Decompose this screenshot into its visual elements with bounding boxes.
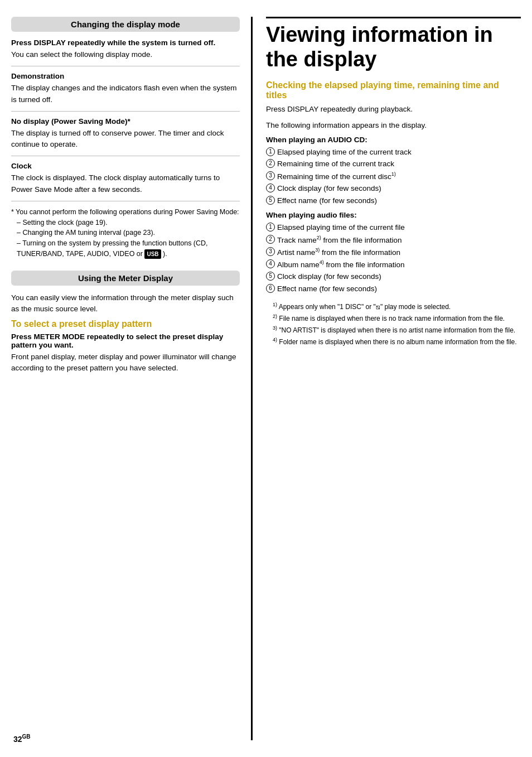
section-box-display-mode-title: Changing the display mode [71,20,180,29]
circle-5: 5 [266,196,275,205]
af-circle-6: 6 [266,284,275,293]
press-display-heading: Press DISPLAY repeatedly while the syste… [11,38,240,47]
clock-heading: Clock [11,162,240,170]
af-circle-5: 5 [266,272,275,281]
divider-1 [11,66,240,66]
page-number: 32GB [13,734,31,744]
circle-4: 4 [266,184,275,192]
footnote-2: 2) File name is displayed when there is … [268,313,521,324]
audio-cd-item-3: 3 Remaining time of the current disc1) [266,170,521,182]
asterisk-item-1: Setting the clock (page 19). [17,218,240,228]
nodisplay-heading: No display (Power Saving Mode)* [11,117,240,126]
section-box-meter-display: Using the Meter Display [11,271,240,286]
clock-para: The clock is displayed. The clock displa… [11,172,240,195]
left-column: Changing the display mode Press DISPLAY … [11,17,251,740]
footnote-list: 1) Appears only when "1 DISC" or "⧅" pla… [266,301,521,347]
section-box-display-mode: Changing the display mode [11,17,240,32]
footnote-3: 3) "NO ARTIST" is displayed when there i… [268,325,521,335]
asterisk-list: Setting the clock (page 19). Changing th… [11,218,240,259]
divider-3 [11,156,240,156]
right-column: Viewing information in the display Check… [251,17,521,740]
asterisk-item-3: Turning on the system by pressing the fu… [17,238,240,259]
asterisk-intro: * You cannot perform the following opera… [11,207,240,218]
divider-2 [11,111,240,112]
audio-file-item-1: 1 Elapsed playing time of the current fi… [266,221,521,234]
divider-4 [11,201,240,201]
footnote-4: 4) Folder name is displayed when there i… [268,336,521,347]
section-box-meter-title: Using the Meter Display [78,273,173,283]
af-circle-1: 1 [266,223,275,232]
asterisk-notes: * You cannot perform the following opera… [11,207,240,259]
preset-pattern-heading: To select a preset display pattern [11,319,240,329]
audio-file-item-3: 3 Artist name3) from the file informatio… [266,246,521,258]
nodisplay-para: The display is turned off to conserve po… [11,128,240,151]
asterisk-item-2: Changing the AM tuning interval (page 23… [17,228,240,238]
audio-cd-item-2: 2 Remaining time of the current track [266,158,521,170]
af-circle-2: 2 [266,235,275,244]
circle-3: 3 [266,171,275,180]
audio-cd-item-5: 5 Effect name (for few seconds) [266,195,521,207]
footnote-1: 1) Appears only when "1 DISC" or "⧅" pla… [268,301,521,312]
af-circle-4: 4 [266,259,275,268]
meter-mode-instruction: Press METER MODE repeatedly to select th… [11,332,240,349]
audio-cd-heading: When playing an AUDIO CD: [266,136,521,144]
circle-2: 2 [266,159,275,168]
audio-cd-item-1: 1 Elapsed playing time of the current tr… [266,146,521,158]
audio-file-item-5: 5 Clock display (for few seconds) [266,271,521,283]
audio-file-item-6: 6 Effect name (for few seconds) [266,283,521,295]
press-display-playback: Press DISPLAY repeatedly during playback… [266,104,521,115]
audio-files-heading: When playing audio files: [266,211,521,219]
checking-elapsed-title: Checking the elapsed playing time, remai… [266,80,521,100]
top-border [266,17,521,18]
meter-display-intro: You can easily view the information thro… [11,292,240,315]
audio-file-item-2: 2 Track name2) from the file information [266,234,521,246]
audio-files-list: 1 Elapsed playing time of the current fi… [266,221,521,295]
footnotes: 1) Appears only when "1 DISC" or "⧅" pla… [266,301,521,347]
usb-badge: USB [144,249,161,259]
page-title: Viewing information in the display [266,23,521,71]
following-info-appears: The following information appears in the… [266,120,521,131]
preset-pattern-para: Front panel display, meter display and p… [11,351,240,374]
demonstration-heading: Demonstration [11,72,240,80]
audio-cd-item-4: 4 Clock display (for few seconds) [266,182,521,195]
audio-cd-list: 1 Elapsed playing time of the current tr… [266,146,521,206]
display-mode-intro: You can select the following display mod… [11,49,240,60]
audio-file-item-4: 4 Album name4) from the file information [266,258,521,271]
af-circle-3: 3 [266,247,275,256]
demonstration-para: The display changes and the indicators f… [11,83,240,105]
circle-1: 1 [266,147,275,156]
